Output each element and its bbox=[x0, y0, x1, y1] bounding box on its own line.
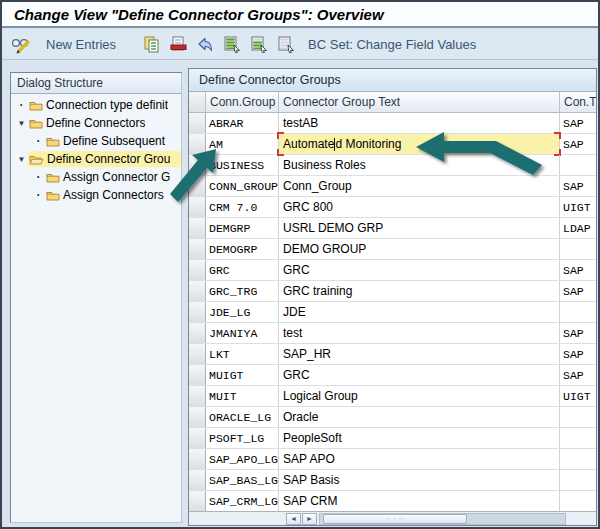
column-header-group-text[interactable]: Connector Group Text bbox=[279, 92, 560, 112]
row-selector[interactable] bbox=[189, 113, 206, 133]
cell-conn-group[interactable]: GRC bbox=[206, 260, 279, 280]
sidebar-tree-item[interactable]: · Assign Connector G bbox=[11, 168, 181, 186]
cell-con-type[interactable]: SAP bbox=[560, 365, 596, 385]
sidebar-tree-item[interactable]: · Define Subsequent bbox=[11, 132, 181, 150]
cell-group-text[interactable]: JDE bbox=[279, 302, 560, 322]
cell-conn-group[interactable]: LKT bbox=[206, 344, 279, 364]
delete-entry-button[interactable] bbox=[168, 33, 188, 57]
scrollbar-track[interactable]: · · · bbox=[319, 513, 566, 525]
cell-conn-group[interactable]: ABRAR bbox=[206, 113, 279, 133]
cell-conn-group[interactable]: ORACLE_LG bbox=[206, 407, 279, 427]
row-selector[interactable] bbox=[189, 428, 206, 448]
row-selector[interactable] bbox=[189, 449, 206, 469]
cell-con-type[interactable]: SAP bbox=[560, 281, 596, 301]
cell-group-text[interactable]: GRC bbox=[279, 365, 560, 385]
cell-con-type[interactable] bbox=[560, 449, 596, 469]
row-selector[interactable] bbox=[189, 302, 206, 322]
cell-conn-group[interactable]: BUSINESS bbox=[206, 155, 279, 175]
cell-group-text[interactable]: GRC training bbox=[279, 281, 560, 301]
row-selector[interactable] bbox=[189, 386, 206, 406]
cell-group-text[interactable]: GRC bbox=[279, 260, 560, 280]
row-selector[interactable] bbox=[189, 323, 206, 343]
copy-entry-button[interactable] bbox=[141, 33, 161, 57]
undo-change-button[interactable] bbox=[195, 33, 215, 57]
scrollbar-thumb[interactable]: · · · bbox=[323, 514, 467, 524]
cell-con-type[interactable] bbox=[560, 155, 596, 175]
cell-con-type[interactable] bbox=[560, 428, 596, 448]
cell-group-text[interactable]: DEMO GROUP bbox=[279, 239, 560, 259]
cell-con-type[interactable]: LDAP bbox=[560, 218, 596, 238]
cell-group-text[interactable]: test bbox=[279, 323, 560, 343]
sidebar-tree-item[interactable]: · Assign Connectors bbox=[11, 186, 181, 204]
row-selector[interactable] bbox=[189, 197, 206, 217]
cell-group-text[interactable]: SAP CRM bbox=[279, 491, 560, 511]
column-header-con-type[interactable]: Con.T bbox=[560, 92, 596, 112]
scroll-right-button[interactable]: ► bbox=[302, 513, 317, 525]
cell-con-type[interactable]: SAP bbox=[560, 176, 596, 196]
row-selector[interactable] bbox=[189, 134, 206, 154]
cell-conn-group[interactable]: GRC_TRG bbox=[206, 281, 279, 301]
cell-conn-group[interactable]: JMANIYA bbox=[206, 323, 279, 343]
cell-con-type[interactable] bbox=[560, 491, 596, 511]
tree-leaf-bullet[interactable]: · bbox=[32, 134, 45, 148]
cell-group-text[interactable]: Automated Monitoring bbox=[279, 134, 560, 154]
cell-conn-group[interactable]: SAP_BAS_LG bbox=[206, 470, 279, 490]
tree-expanded-icon[interactable]: ▼ bbox=[15, 119, 28, 128]
sidebar-tree-item[interactable]: · Connection type definit bbox=[11, 96, 181, 114]
cell-con-type[interactable] bbox=[560, 302, 596, 322]
cell-con-type[interactable]: SAP bbox=[560, 344, 596, 364]
new-entries-button[interactable]: New Entries bbox=[41, 33, 121, 57]
row-selector[interactable] bbox=[189, 260, 206, 280]
row-selector[interactable] bbox=[189, 470, 206, 490]
cell-con-type[interactable]: SAP bbox=[560, 260, 596, 280]
cell-conn-group[interactable]: SAP_APO_LG bbox=[206, 449, 279, 469]
select-all-rows-header[interactable] bbox=[189, 92, 206, 112]
cell-conn-group[interactable]: DEMOGRP bbox=[206, 239, 279, 259]
tree-leaf-bullet[interactable]: · bbox=[32, 170, 45, 184]
cell-con-type[interactable] bbox=[560, 470, 596, 490]
cell-group-text[interactable]: SAP Basis bbox=[279, 470, 560, 490]
bc-set-button[interactable]: BC Set: Change Field Values bbox=[303, 33, 481, 57]
cell-group-text[interactable]: Business Roles bbox=[279, 155, 560, 175]
cell-group-text[interactable]: Conn_Group bbox=[279, 176, 560, 196]
cell-con-type[interactable]: SAP bbox=[560, 134, 596, 154]
row-selector[interactable] bbox=[189, 218, 206, 238]
cell-conn-group[interactable]: CONN_GROUP bbox=[206, 176, 279, 196]
cell-conn-group[interactable]: AM bbox=[206, 134, 279, 154]
cell-conn-group[interactable]: SAP_CRM_LG bbox=[206, 491, 279, 511]
cell-con-type[interactable]: SAP bbox=[560, 323, 596, 343]
row-selector[interactable] bbox=[189, 365, 206, 385]
cell-con-type[interactable]: SAP bbox=[560, 113, 596, 133]
cell-group-text[interactable]: Logical Group bbox=[279, 386, 560, 406]
scroll-left-button[interactable]: ◄ bbox=[286, 513, 301, 525]
cell-conn-group[interactable]: MUIGT bbox=[206, 365, 279, 385]
sidebar-tree-item[interactable]: ▼ Define Connector Grou bbox=[11, 150, 181, 168]
cell-con-type[interactable]: UIGT bbox=[560, 197, 596, 217]
cell-group-text[interactable]: Oracle bbox=[279, 407, 560, 427]
cell-conn-group[interactable]: JDE_LG bbox=[206, 302, 279, 322]
column-header-conn-group[interactable]: Conn.Group bbox=[206, 92, 279, 112]
cell-group-text[interactable]: SAP_HR bbox=[279, 344, 560, 364]
tree-expanded-icon[interactable]: ▼ bbox=[15, 155, 28, 164]
select-block-button[interactable] bbox=[249, 33, 269, 57]
cell-group-text[interactable]: SAP APO bbox=[279, 449, 560, 469]
cell-group-text[interactable]: PeopleSoft bbox=[279, 428, 560, 448]
row-selector[interactable] bbox=[189, 281, 206, 301]
row-selector[interactable] bbox=[189, 407, 206, 427]
display-change-button[interactable] bbox=[10, 33, 34, 57]
row-selector[interactable] bbox=[189, 155, 206, 175]
row-selector[interactable] bbox=[189, 344, 206, 364]
row-selector[interactable] bbox=[189, 491, 206, 511]
cell-con-type[interactable] bbox=[560, 407, 596, 427]
cell-group-text[interactable]: GRC 800 bbox=[279, 197, 560, 217]
row-selector[interactable] bbox=[189, 176, 206, 196]
cell-group-text[interactable]: USRL DEMO GRP bbox=[279, 218, 560, 238]
cell-group-text[interactable]: testAB bbox=[279, 113, 560, 133]
row-selector[interactable] bbox=[189, 239, 206, 259]
cell-conn-group[interactable]: CRM 7.0 bbox=[206, 197, 279, 217]
deselect-all-button[interactable] bbox=[276, 33, 296, 57]
select-all-button[interactable] bbox=[222, 33, 242, 57]
cell-conn-group[interactable]: PSOFT_LG bbox=[206, 428, 279, 448]
tree-leaf-bullet[interactable]: · bbox=[32, 188, 45, 202]
cell-conn-group[interactable]: DEMGRP bbox=[206, 218, 279, 238]
